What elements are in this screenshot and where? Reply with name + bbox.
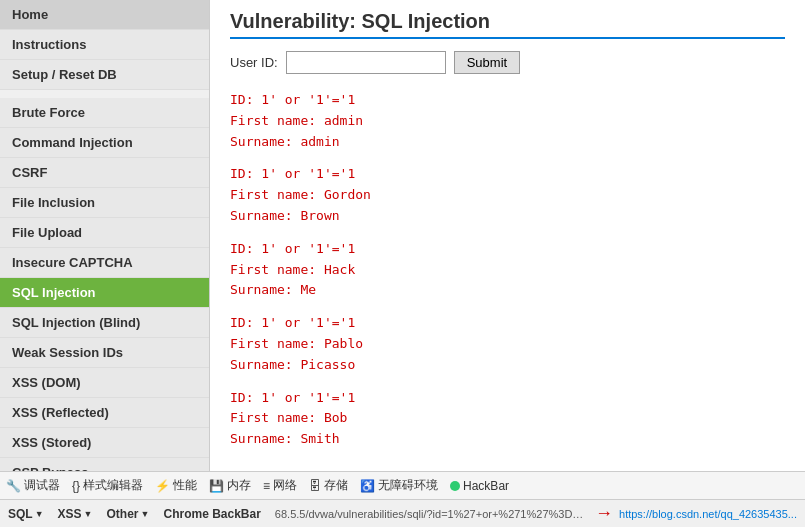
sidebar-item-brute-force[interactable]: Brute Force <box>0 98 209 128</box>
result-surname-line: Surname: Smith <box>230 429 785 450</box>
toolbar-label: 网络 <box>273 477 297 494</box>
toolbar-item-无障碍环境[interactable]: ♿无障碍环境 <box>360 477 438 494</box>
result-firstname-line: First name: Pablo <box>230 334 785 355</box>
toolbar-item-调试器[interactable]: 🔧调试器 <box>6 477 60 494</box>
result-block-2: ID: 1' or '1'='1 First name: Hack Surnam… <box>230 239 785 301</box>
main-content: Vulnerability: SQL Injection User ID: Su… <box>210 0 805 471</box>
result-id-line: ID: 1' or '1'='1 <box>230 239 785 260</box>
result-firstname-line: First name: admin <box>230 111 785 132</box>
sidebar-item-csp-bypass[interactable]: CSP Bypass <box>0 458 209 471</box>
hackbar-dot <box>450 481 460 491</box>
toolbar-icon: 🔧 <box>6 479 21 493</box>
toolbar-item-内存[interactable]: 💾内存 <box>209 477 251 494</box>
toolbar-label: 调试器 <box>24 477 60 494</box>
sidebar: HomeInstructionsSetup / Reset DBBrute Fo… <box>0 0 210 471</box>
user-id-input[interactable] <box>286 51 446 74</box>
result-surname-line: Surname: Me <box>230 280 785 301</box>
result-id-line: ID: 1' or '1'='1 <box>230 388 785 409</box>
chevron-down-icon: ▼ <box>35 509 44 519</box>
status-item-other[interactable]: Other▼ <box>107 507 150 521</box>
status-bar: SQL▼XSS▼Other▼Chrome BackBar68.5.5/dvwa/… <box>0 499 805 527</box>
result-firstname-line: First name: Bob <box>230 408 785 429</box>
toolbar-item-性能[interactable]: ⚡性能 <box>155 477 197 494</box>
toolbar-label: 存储 <box>324 477 348 494</box>
toolbar-label: 无障碍环境 <box>378 477 438 494</box>
toolbar-icon: ⚡ <box>155 479 170 493</box>
user-id-label: User ID: <box>230 55 278 70</box>
red-arrow-icon: → <box>595 503 613 524</box>
toolbar-label: 性能 <box>173 477 197 494</box>
toolbar-item-存储[interactable]: 🗄存储 <box>309 477 348 494</box>
toolbar-icon: 💾 <box>209 479 224 493</box>
sidebar-item-xss-dom[interactable]: XSS (DOM) <box>0 368 209 398</box>
submit-button[interactable]: Submit <box>454 51 520 74</box>
sidebar-item-sql-injection[interactable]: SQL Injection <box>0 278 209 308</box>
status-label: XSS <box>58 507 82 521</box>
chevron-down-icon: ▼ <box>141 509 150 519</box>
sidebar-item-sql-injection-blind[interactable]: SQL Injection (Blind) <box>0 308 209 338</box>
result-firstname-line: First name: Gordon <box>230 185 785 206</box>
sidebar-item-csrf[interactable]: CSRF <box>0 158 209 188</box>
toolbar-icon: 🗄 <box>309 479 321 493</box>
sidebar-item-command-injection[interactable]: Command Injection <box>0 128 209 158</box>
sidebar-item-file-upload[interactable]: File Upload <box>0 218 209 248</box>
toolbar-label: 样式编辑器 <box>83 477 143 494</box>
result-block-1: ID: 1' or '1'='1 First name: Gordon Surn… <box>230 164 785 226</box>
result-id-line: ID: 1' or '1'='1 <box>230 90 785 111</box>
result-id-line: ID: 1' or '1'='1 <box>230 164 785 185</box>
page-title: Vulnerability: SQL Injection <box>230 10 785 39</box>
sidebar-item-xss-stored[interactable]: XSS (Stored) <box>0 428 209 458</box>
status-label: SQL <box>8 507 33 521</box>
toolbar-label: 内存 <box>227 477 251 494</box>
content-area: HomeInstructionsSetup / Reset DBBrute Fo… <box>0 0 805 471</box>
toolbar-item-网络[interactable]: ≡网络 <box>263 477 297 494</box>
sidebar-item-xss-reflected[interactable]: XSS (Reflected) <box>0 398 209 428</box>
result-block-4: ID: 1' or '1'='1 First name: Bob Surname… <box>230 388 785 450</box>
status-label: Other <box>107 507 139 521</box>
user-id-form: User ID: Submit <box>230 51 785 74</box>
sidebar-item-home[interactable]: Home <box>0 0 209 30</box>
sidebar-item-file-inclusion[interactable]: File Inclusion <box>0 188 209 218</box>
result-surname-line: Surname: Picasso <box>230 355 785 376</box>
external-link[interactable]: https://blog.csdn.net/qq_42635435... <box>619 508 797 520</box>
result-surname-line: Surname: Brown <box>230 206 785 227</box>
status-item-xss[interactable]: XSS▼ <box>58 507 93 521</box>
chevron-down-icon: ▼ <box>84 509 93 519</box>
sidebar-item-weak-session-ids[interactable]: Weak Session IDs <box>0 338 209 368</box>
toolbar-icon: {} <box>72 479 80 493</box>
result-surname-line: Surname: admin <box>230 132 785 153</box>
toolbar-item-HackBar[interactable]: HackBar <box>450 479 509 493</box>
result-block-3: ID: 1' or '1'='1 First name: Pablo Surna… <box>230 313 785 375</box>
app-layout: HomeInstructionsSetup / Reset DBBrute Fo… <box>0 0 805 527</box>
current-url: 68.5.5/dvwa/vulnerabilities/sqli/?id=1%2… <box>275 508 589 520</box>
devtools-toolbar: 🔧调试器{}样式编辑器⚡性能💾内存≡网络🗄存储♿无障碍环境HackBar <box>0 471 805 499</box>
result-block-0: ID: 1' or '1'='1 First name: admin Surna… <box>230 90 785 152</box>
toolbar-icon: ≡ <box>263 479 270 493</box>
results-area: ID: 1' or '1'='1 First name: admin Surna… <box>230 90 785 450</box>
sidebar-item-insecure-captcha[interactable]: Insecure CAPTCHA <box>0 248 209 278</box>
toolbar-label: HackBar <box>463 479 509 493</box>
url-area: 68.5.5/dvwa/vulnerabilities/sqli/?id=1%2… <box>275 503 797 524</box>
toolbar-item-样式编辑器[interactable]: {}样式编辑器 <box>72 477 143 494</box>
sidebar-item-setup-reset-db[interactable]: Setup / Reset DB <box>0 60 209 90</box>
chrome-backbar-label: Chrome BackBar <box>163 507 260 521</box>
result-id-line: ID: 1' or '1'='1 <box>230 313 785 334</box>
result-firstname-line: First name: Hack <box>230 260 785 281</box>
sidebar-item-instructions[interactable]: Instructions <box>0 30 209 60</box>
toolbar-icon: ♿ <box>360 479 375 493</box>
status-item-sql[interactable]: SQL▼ <box>8 507 44 521</box>
